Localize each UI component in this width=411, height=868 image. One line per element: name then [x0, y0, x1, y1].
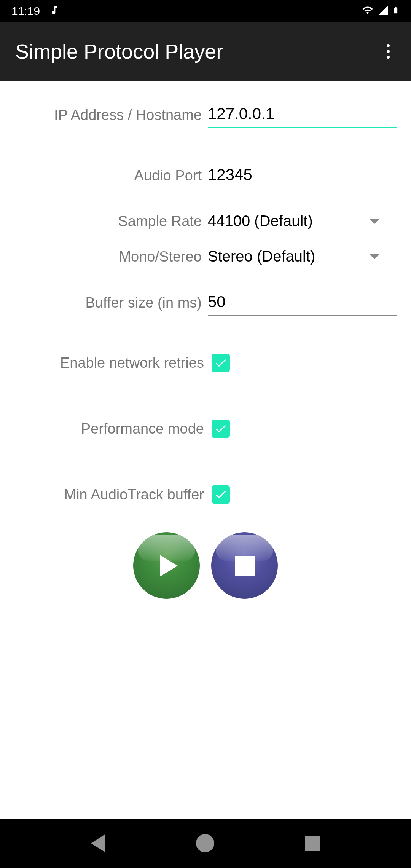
nav-home-button[interactable] [196, 834, 214, 852]
play-button[interactable] [133, 532, 200, 599]
buffer-input[interactable] [208, 290, 397, 316]
ip-label: IP Address / Hostname [0, 107, 208, 123]
min-buffer-row: Min AudioTrack buffer [0, 485, 411, 504]
overflow-menu-button[interactable] [379, 42, 398, 61]
port-input[interactable] [208, 163, 397, 188]
overflow-dot-icon [387, 50, 390, 53]
retries-row: Enable network retries [0, 354, 411, 372]
overflow-dot-icon [387, 44, 390, 47]
action-bar: Simple Protocol Player [0, 22, 411, 81]
retries-checkbox[interactable] [212, 354, 230, 372]
nav-back-button[interactable] [91, 834, 105, 852]
chevron-down-icon [369, 219, 380, 224]
music-note-icon [49, 4, 60, 18]
retries-label: Enable network retries [0, 355, 212, 371]
channels-row: Mono/Stereo Stereo (Default) [0, 245, 411, 269]
min-buffer-checkbox[interactable] [212, 485, 230, 504]
channels-label: Mono/Stereo [0, 249, 208, 265]
sample-rate-value: 44100 (Default) [208, 212, 313, 230]
buffer-row: Buffer size (in ms) [0, 290, 411, 316]
channels-value: Stereo (Default) [208, 248, 315, 265]
port-label: Audio Port [0, 168, 208, 184]
performance-checkbox[interactable] [212, 420, 230, 438]
play-icon [160, 555, 178, 576]
status-bar: 11:19 [0, 0, 411, 22]
checkmark-icon [214, 422, 228, 436]
battery-icon [392, 4, 400, 18]
app-title: Simple Protocol Player [15, 40, 223, 63]
main-content: IP Address / Hostname Audio Port Sample … [0, 81, 411, 819]
performance-label: Performance mode [0, 421, 212, 437]
ip-input[interactable] [208, 102, 397, 128]
min-buffer-label: Min AudioTrack buffer [0, 487, 212, 503]
wifi-icon [361, 5, 374, 18]
status-left: 11:19 [11, 4, 60, 18]
chevron-down-icon [369, 254, 380, 259]
buffer-label: Buffer size (in ms) [0, 295, 208, 311]
button-row [0, 532, 411, 599]
nav-recent-button[interactable] [305, 836, 320, 851]
sample-rate-row: Sample Rate 44100 (Default) [0, 209, 411, 233]
status-time: 11:19 [11, 5, 40, 18]
navigation-bar [0, 819, 411, 868]
sample-rate-dropdown[interactable]: 44100 (Default) [208, 209, 397, 233]
port-row: Audio Port [0, 163, 411, 188]
signal-icon [378, 5, 389, 18]
channels-dropdown[interactable]: Stereo (Default) [208, 245, 397, 269]
status-right [361, 4, 400, 18]
stop-button[interactable] [211, 532, 278, 599]
checkmark-icon [214, 488, 228, 501]
stop-icon [235, 556, 255, 576]
checkmark-icon [214, 356, 228, 370]
performance-row: Performance mode [0, 420, 411, 438]
ip-row: IP Address / Hostname [0, 102, 411, 128]
overflow-dot-icon [387, 56, 390, 59]
sample-rate-label: Sample Rate [0, 213, 208, 230]
